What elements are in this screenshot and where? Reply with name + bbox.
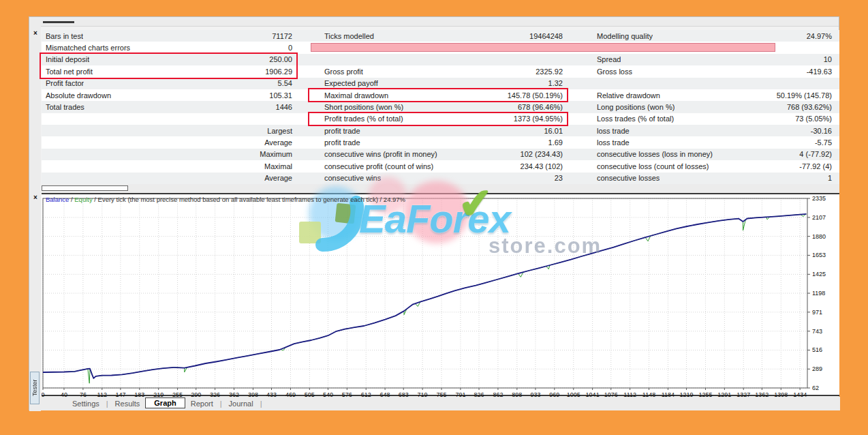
stat-value: 145.78 (50.19%)	[508, 91, 563, 100]
stat-value: Largest	[267, 127, 292, 135]
svg-text:1198: 1198	[812, 290, 825, 297]
stats-row: Absolute drawdown105.31Maximal drawdown1…	[42, 89, 839, 101]
svg-text:505: 505	[305, 391, 315, 397]
tester-tab-bar: Settings|ResultsGraphReport|Journal|	[41, 397, 840, 410]
stats-cell: Average	[42, 172, 305, 184]
stat-label: Bars in test	[46, 32, 83, 40]
stats-cell: Modelling quality24.97%	[580, 30, 839, 42]
stat-label: Total trades	[46, 103, 84, 111]
stat-value: 1906.29	[265, 68, 292, 76]
tester-window: × × Tester Bars in test71172Ticks modell…	[29, 16, 839, 410]
tab-report[interactable]: Report	[185, 398, 219, 409]
stat-label: loss trade	[597, 138, 630, 147]
stat-value: 16.01	[544, 127, 563, 135]
stat-label: Short positions (won %)	[324, 103, 403, 111]
tab-separator: |	[220, 400, 222, 408]
stats-cell: Maximal drawdown145.78 (50.19%)	[305, 89, 580, 101]
svg-text:1005: 1005	[567, 391, 580, 397]
svg-text:1362: 1362	[755, 391, 769, 397]
stat-label: Modelling quality	[597, 32, 653, 40]
chart-legend: Balance / Equity / Every tick (the most …	[46, 196, 405, 203]
stat-value: 102 (234.43)	[521, 150, 563, 158]
balance-legend-label: Balance	[46, 196, 69, 203]
stats-cell: Gross loss-419.63	[580, 65, 839, 77]
stat-label: Relative drawdown	[597, 91, 660, 100]
stats-row: Profit trades (% of total)1373 (94.95%)L…	[42, 113, 839, 125]
stat-value: 2325.92	[536, 68, 563, 76]
stats-cell: Maximal	[42, 160, 305, 172]
splitter-handle[interactable]	[43, 21, 74, 23]
stat-value: 678 (96.46%)	[518, 103, 563, 111]
stat-label: Spread	[597, 55, 621, 63]
stat-value: 10	[824, 55, 832, 63]
stats-row: Maximumconsecutive wins (profit in money…	[42, 149, 839, 160]
close-graph-icon[interactable]: ×	[31, 194, 40, 202]
svg-text:969: 969	[549, 391, 559, 397]
scrollbar-thumb[interactable]	[42, 185, 128, 191]
stats-row: Total trades1446Short positions (won %)6…	[42, 101, 839, 112]
top-splitter-strip	[29, 17, 839, 27]
stat-value: -5.75	[815, 138, 832, 147]
tab-separator: |	[106, 400, 108, 408]
tab-graph[interactable]: Graph	[145, 397, 185, 408]
tab-journal[interactable]: Journal	[223, 398, 259, 409]
svg-text:433: 433	[266, 391, 277, 397]
stats-cell: Gross profit2325.92	[305, 65, 580, 77]
svg-text:1327: 1327	[737, 391, 750, 397]
stats-cell: consecutive wins (profit in money)102 (2…	[305, 149, 580, 160]
balance-line	[43, 214, 807, 378]
svg-text:862: 862	[493, 391, 503, 397]
svg-text:326: 326	[210, 391, 220, 397]
stat-label: Total net profit	[46, 68, 93, 76]
stat-label: Loss trades (% of total)	[597, 115, 674, 123]
stat-value: -77.92 (4)	[799, 162, 832, 170]
svg-text:898: 898	[512, 391, 522, 397]
svg-text:219: 219	[153, 391, 164, 397]
stats-cell: Ticks modelled19464248	[305, 30, 580, 42]
stat-value: 1.69	[548, 138, 563, 147]
svg-text:1880: 1880	[812, 233, 826, 240]
stat-label: consecutive wins	[324, 174, 381, 182]
svg-text:683: 683	[399, 391, 409, 397]
svg-text:612: 612	[361, 391, 371, 397]
svg-text:540: 540	[323, 391, 333, 397]
stat-value: 1446	[276, 103, 292, 111]
stat-value: Maximal	[264, 162, 292, 170]
stat-label: consecutive wins (profit in money)	[324, 150, 437, 158]
svg-text:289: 289	[812, 365, 822, 372]
stats-cell	[580, 78, 839, 89]
stats-row: Mismatched charts errors0	[42, 42, 839, 53]
stats-cell: consecutive wins23	[305, 172, 580, 184]
tester-panel-tab[interactable]: Tester	[30, 372, 40, 404]
stats-cell: loss trade-5.75	[580, 136, 839, 148]
stat-label: Profit factor	[46, 79, 84, 87]
stats-cell: consecutive profit (count of wins)234.43…	[305, 160, 580, 172]
screenshot-root: { "colors":{"frame":"#f79b3f","highlight…	[0, 0, 868, 435]
stat-label: Gross loss	[597, 68, 632, 76]
stats-row: Total net profit1906.29Gross profit2325.…	[42, 65, 839, 77]
stat-value: -419.63	[807, 68, 832, 76]
stat-value: Average	[264, 138, 292, 147]
stat-value: 1.32	[548, 79, 563, 87]
legend-method-text: / Every tick (the most precise method ba…	[93, 196, 405, 203]
stat-label: Mismatched charts errors	[46, 44, 130, 52]
svg-text:826: 826	[474, 391, 484, 397]
stats-cell: Expected payoff1.32	[305, 78, 580, 89]
tab-results[interactable]: Results	[110, 398, 146, 409]
svg-text:183: 183	[134, 391, 144, 397]
svg-text:0: 0	[42, 391, 45, 397]
modelling-quality-bar	[311, 43, 775, 52]
close-results-icon[interactable]: ×	[31, 29, 40, 38]
svg-text:1184: 1184	[662, 391, 675, 397]
stat-value: 0	[288, 44, 292, 52]
tab-settings[interactable]: Settings	[67, 398, 105, 409]
stat-label: Expected payoff	[324, 79, 378, 87]
equity-curve-chart: 0407611214718321925529032636239843346950…	[42, 194, 839, 397]
stats-row: Maximalconsecutive profit (count of wins…	[42, 160, 839, 172]
backtest-stats-table: Bars in test71172Ticks modelled19464248M…	[42, 30, 839, 184]
graph-panel: Balance / Equity / Every tick (the most …	[42, 193, 839, 396]
horizontal-scrollbar[interactable]	[42, 184, 839, 193]
stats-cell: Profit trades (% of total)1373 (94.95%)	[305, 113, 580, 125]
svg-text:933: 933	[530, 391, 540, 397]
stats-row: Averageconsecutive wins23consecutive los…	[42, 172, 839, 184]
